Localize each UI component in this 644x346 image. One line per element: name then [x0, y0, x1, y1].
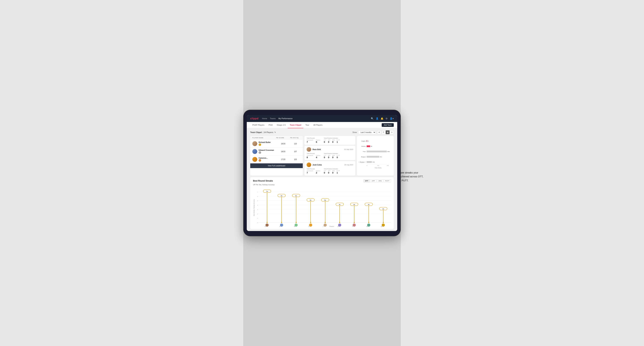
streak-val-ewert: 7x [266, 191, 268, 192]
player-card-name-2: Josh Coles [312, 164, 343, 166]
period-select[interactable]: Last 3 months [358, 131, 376, 134]
avatar-circle-billingham [294, 223, 298, 227]
putt-val-0: 1 [336, 141, 340, 143]
rank-badge-3: 3 [259, 159, 261, 162]
avatar-circle-crossman [338, 223, 341, 227]
list-view-btn[interactable]: ☰ [382, 130, 385, 134]
arg-val-1: 0 [332, 156, 335, 159]
add-team-button[interactable]: Add Team [382, 123, 394, 127]
player-info-1: Richard Butler 1 [252, 141, 276, 146]
nav-teams[interactable]: Teams [270, 117, 276, 120]
arg-val-0: 0 [332, 141, 335, 143]
app-label-2: APP [328, 170, 330, 172]
show-label: Show [352, 131, 357, 133]
streak-val-miller: 4x [368, 204, 370, 205]
lb-score-1: 19/20 [276, 143, 290, 145]
sub-nav-hcaps[interactable]: Hcaps 1-5 [275, 122, 288, 128]
bar-label-pars: Pars [363, 151, 366, 152]
bell-icon[interactable]: 🔔 [380, 117, 384, 120]
team-title-area: Team Clippd | 14 Players ✎ [250, 131, 276, 133]
streak-val-billingham: 6x [296, 195, 297, 197]
nav-home[interactable]: Home [262, 117, 267, 120]
avatar-circle-britt [324, 223, 327, 227]
chart-x-axis-label: Total Shots [374, 167, 382, 168]
streak-dot-britt [324, 222, 326, 223]
practice-activities-label-1: Total Practice Activities [324, 153, 340, 154]
bar-value-dbogeys: 131 [372, 161, 375, 163]
player-info-3: Cameron... 3 [252, 157, 276, 162]
bar-value-bogeys: 311 [380, 156, 382, 158]
app-val-1: 0 [328, 156, 330, 159]
sub-nav: PGAT Players PGA Hcaps 1-5 Team Clippd T… [247, 122, 397, 128]
player-info-2: Edward Crossman 2 [252, 149, 276, 154]
lb-col-pb-avg: PB AVG SQ [290, 137, 301, 139]
toggle-app[interactable]: APP [370, 179, 376, 182]
sub-nav-tour[interactable]: Tour [303, 122, 311, 128]
bar-fill-birdies [366, 145, 370, 147]
search-icon[interactable]: 🔍 [371, 117, 374, 120]
tablet-screen: clippd Home Teams My Performance 🔍 👤 🔔 ⚙… [247, 115, 397, 231]
edit-team-icon[interactable]: ✎ [274, 131, 276, 133]
nav-my-performance[interactable]: My Performance [278, 117, 292, 120]
x-axis-players-label: Players [330, 226, 334, 227]
arg-label-0: ARG [332, 140, 335, 141]
lb-avg-2: 107 [290, 151, 301, 153]
bar-label-bogeys: Bogeys [361, 156, 366, 158]
nav-bar: clippd Home Teams My Performance 🔍 👤 🔔 ⚙… [247, 115, 397, 122]
avatar-circle-ford [352, 223, 356, 227]
streak-dot-coles [310, 222, 311, 223]
team-controls: Show Last 3 months ⊞ ☰ ▦ ⊟ [352, 130, 394, 134]
player-name-3: Cameron... [259, 157, 268, 159]
sub-nav-pga[interactable]: PGA [266, 122, 275, 128]
profile-icon[interactable]: 👤 [376, 117, 378, 120]
practice-val-0: 6 [316, 141, 320, 143]
toggle-putt[interactable]: PUTT [384, 179, 391, 182]
view-full-leaderboard-button[interactable]: View Full Leaderboard [250, 163, 303, 168]
nav-links: Home Teams My Performance [262, 117, 367, 120]
leaderboard-card: PLAYER NAME PB SCORE PB AVG SQ [250, 136, 303, 175]
streak-dot-miller [368, 222, 369, 223]
grid-view-btn[interactable]: ⊞ [377, 130, 381, 134]
streak-dot-ewert [266, 222, 268, 223]
sub-nav-team-clippd[interactable]: Team Clippd [288, 122, 303, 128]
y-tick-4: 4 [257, 205, 258, 206]
y-tick-7: 7 [257, 191, 258, 193]
practice-val-1: 4 [316, 156, 320, 159]
card-view-btn[interactable]: ▦ [386, 130, 390, 134]
settings-icon[interactable]: ⚙ [386, 117, 388, 120]
ott-label-2: OTT [324, 170, 326, 172]
ott-label-0: OTT [324, 140, 326, 141]
view-icons: ⊞ ☰ ▦ ⊟ [377, 130, 394, 134]
tablet-frame: clippd Home Teams My Performance 🔍 👤 🔔 ⚙… [243, 110, 401, 236]
chart-subtitle: Off The Tee, Fairway Accuracy [253, 184, 391, 185]
bar-chart-card: Eagles 3 Birdies 96 Pars 499 Bogeys [357, 136, 394, 175]
streak-dot-butler [383, 222, 384, 223]
y-axis-label: Best Streak, Fairway Accuracy [254, 199, 255, 216]
streak-val-britt: 5x [324, 199, 326, 201]
ott-val-0: 0 [324, 141, 326, 143]
total-rounds-label-1: Total Rounds [306, 153, 320, 154]
streak-dot-billingham [296, 222, 296, 223]
tournament-val-1: 8 [306, 156, 313, 159]
streak-val-ford: 4x [354, 204, 355, 205]
toggle-arg[interactable]: ARG [377, 179, 384, 182]
table-row: Richard Butler 1 19/20 110 [250, 140, 303, 148]
practice-sublabel-2: Practice [316, 170, 320, 172]
player-card-avatar-2 [306, 163, 311, 167]
putt-label-0: PUTT [336, 140, 340, 141]
rank-badge-1: 1 [259, 144, 261, 146]
user-avatar-icon[interactable]: 👤▾ [390, 117, 394, 120]
app-label-1: APP [328, 155, 330, 156]
streak-dot-mcherg [281, 222, 282, 223]
avatar-circle-miller [367, 223, 370, 227]
bar-label-birdies: Birdies [362, 146, 366, 147]
leaderboard-header: PLAYER NAME PB SCORE PB AVG SQ [250, 136, 303, 140]
team-player-count: | 14 Players [263, 131, 273, 133]
arg-label-1: ARG [332, 155, 335, 156]
detail-view-btn[interactable]: ⊟ [390, 130, 394, 134]
toggle-ott[interactable]: OTT [364, 179, 370, 182]
sub-nav-all-players[interactable]: All Players [311, 122, 324, 128]
avatar-circle-mcherg [280, 223, 283, 227]
sub-nav-pgat[interactable]: PGAT Players [250, 122, 266, 128]
y-tick-0: 0 [257, 222, 258, 223]
